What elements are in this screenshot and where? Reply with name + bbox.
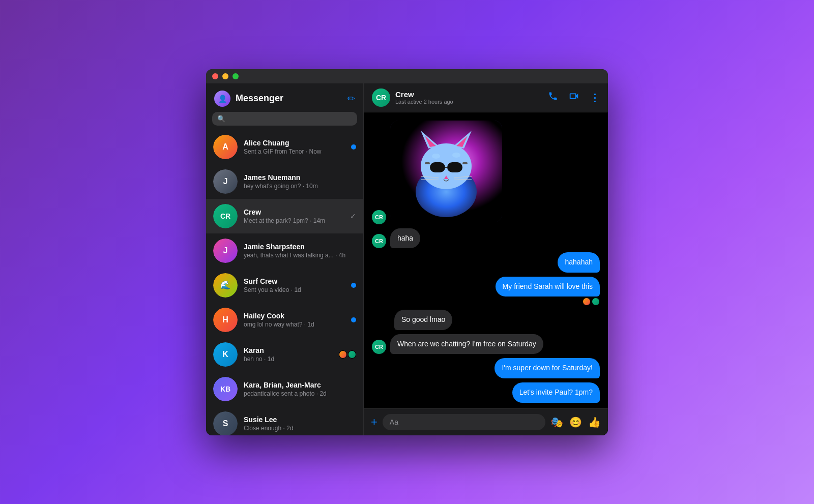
traffic-lights: [212, 73, 239, 79]
search-bar[interactable]: 🔍: [212, 112, 357, 126]
conv-content: Hailey Cook omg lol no way what? · 1d: [244, 312, 345, 328]
conv-name: Susie Lee: [244, 416, 350, 424]
app-window: 👤 Messenger ✏ 🔍 A: [206, 69, 608, 435]
conversation-item[interactable]: KB Kara, Brian, Jean-Marc pedanticalice …: [206, 372, 363, 406]
conversation-item[interactable]: K Karan heh no · 1d: [206, 337, 363, 372]
conv-preview: yeah, thats what I was talking a... · 4h: [244, 252, 350, 259]
conversation-list: A Alice Chuang Sent a GIF from Tenor · N…: [206, 130, 363, 435]
message-row: CR haha: [372, 228, 600, 249]
message-bubble: Let's invite Paul? 1pm?: [512, 382, 600, 403]
emoji-icon[interactable]: 😊: [569, 416, 582, 428]
message-reactions: [496, 298, 600, 306]
main-area: 👤 Messenger ✏ 🔍 A: [206, 83, 608, 435]
unread-dot: [351, 283, 356, 288]
add-attachment-button[interactable]: +: [371, 416, 377, 429]
conv-content: Crew Meet at the park? 1pm? · 14m: [244, 208, 344, 224]
message-row: CR When are we chatting? I'm free on Sat…: [372, 334, 600, 354]
chat-header: CR Crew Last active 2 hours ago: [364, 83, 608, 112]
message-row: So good lmao: [372, 310, 600, 330]
conv-name: Kara, Brian, Jean-Marc: [244, 381, 350, 389]
conv-name: Karan: [244, 346, 333, 354]
conv-name: Jamie Sharpsteen: [244, 243, 350, 251]
svg-rect-11: [462, 162, 468, 164]
conv-content: Alice Chuang Sent a GIF from Tenor · Now: [244, 139, 345, 155]
conv-preview: Meet at the park? 1pm? · 14m: [244, 217, 344, 224]
avatar: A: [213, 135, 238, 159]
video-call-icon[interactable]: [568, 91, 579, 104]
msg-sender-avatar: CR: [372, 210, 386, 224]
sidebar-header-left: 👤 Messenger: [214, 91, 283, 107]
chat-status: Last active 2 hours ago: [395, 99, 548, 105]
conv-preview: Sent a GIF from Tenor · Now: [244, 148, 345, 155]
conversation-item[interactable]: A Alice Chuang Sent a GIF from Tenor · N…: [206, 130, 363, 164]
like-button[interactable]: 👍: [588, 416, 601, 428]
more-options-icon[interactable]: ⋮: [590, 92, 600, 104]
image-message: [390, 121, 502, 224]
user-avatar[interactable]: 👤: [214, 91, 230, 107]
conversation-item[interactable]: S Susie Lee Close enough · 2d: [206, 406, 363, 435]
conv-content: Susie Lee Close enough · 2d: [244, 416, 350, 432]
svg-rect-7: [430, 162, 445, 172]
conversation-item[interactable]: H Hailey Cook omg lol no way what? · 1d: [206, 303, 363, 337]
conv-content: James Nuemann hey what's going on? · 10m: [244, 173, 350, 190]
message-row: My friend Sarah will love this: [372, 277, 600, 306]
svg-point-18: [452, 153, 460, 158]
maximize-button[interactable]: [232, 73, 239, 79]
sidebar-title: Messenger: [236, 93, 283, 104]
msg-sender-avatar: CR: [372, 340, 386, 354]
message-row: CR: [372, 121, 600, 224]
chat-header-actions: ⋮: [548, 91, 600, 104]
conv-name: Alice Chuang: [244, 139, 345, 147]
conv-preview: hey what's going on? · 10m: [244, 183, 350, 190]
chat-name: Crew: [395, 90, 548, 99]
conv-name: James Nuemann: [244, 173, 350, 182]
close-button[interactable]: [212, 73, 218, 79]
svg-rect-10: [425, 162, 430, 164]
conv-preview: heh no · 1d: [244, 355, 333, 363]
conv-content: Surf Crew Sent you a video · 1d: [244, 277, 345, 293]
phone-icon[interactable]: [548, 91, 558, 104]
svg-point-17: [432, 154, 440, 159]
svg-point-2: [421, 143, 472, 189]
conv-meta: ✓: [350, 212, 356, 220]
chat-header-avatar: CR: [372, 88, 390, 107]
avatar: H: [213, 308, 238, 332]
compose-icon[interactable]: ✏: [347, 93, 355, 104]
avatar: S: [213, 411, 238, 435]
search-input[interactable]: [228, 115, 352, 123]
sidebar-header: 👤 Messenger ✏: [206, 83, 363, 112]
conversation-item[interactable]: 🌊 Surf Crew Sent you a video · 1d: [206, 268, 363, 303]
svg-rect-8: [447, 162, 462, 172]
avatar: 🌊: [213, 273, 238, 298]
conv-meta: [351, 317, 356, 322]
chat-header-info: Crew Last active 2 hours ago: [395, 90, 548, 105]
cat-image: [390, 121, 502, 222]
reaction-avatar: [348, 350, 356, 359]
chat-area: CR Crew Last active 2 hours ago: [364, 83, 608, 435]
title-bar: [206, 69, 608, 83]
conversation-item[interactable]: J James Nuemann hey what's going on? · 1…: [206, 164, 363, 199]
reaction-avatar-1: [583, 298, 591, 306]
avatar: CR: [213, 204, 238, 228]
conv-preview: Sent you a video · 1d: [244, 286, 345, 293]
message-input[interactable]: [383, 414, 545, 430]
avatar: J: [213, 169, 238, 194]
message-bubble: haha: [390, 228, 420, 249]
conv-preview: omg lol no way what? · 1d: [244, 321, 345, 328]
search-icon: 🔍: [217, 115, 225, 123]
avatar: KB: [213, 377, 238, 401]
sticker-icon[interactable]: 🎭: [550, 416, 563, 428]
conversation-item-active[interactable]: CR Crew Meet at the park? 1pm? · 14m ✓: [206, 199, 363, 233]
message-row: I'm super down for Saturday!: [372, 358, 600, 378]
conv-meta: [351, 144, 356, 150]
conversation-item[interactable]: J Jamie Sharpsteen yeah, thats what I wa…: [206, 233, 363, 268]
reaction-avatar: [339, 350, 347, 359]
msg-sender-avatar: CR: [372, 234, 386, 248]
unread-dot: [351, 144, 356, 150]
avatar: J: [213, 239, 238, 263]
input-actions: 🎭 😊 👍: [550, 416, 601, 428]
conv-name: Hailey Cook: [244, 312, 345, 320]
conv-preview: Close enough · 2d: [244, 425, 350, 432]
minimize-button[interactable]: [222, 73, 228, 79]
message-row: Let's invite Paul? 1pm?: [372, 382, 600, 403]
